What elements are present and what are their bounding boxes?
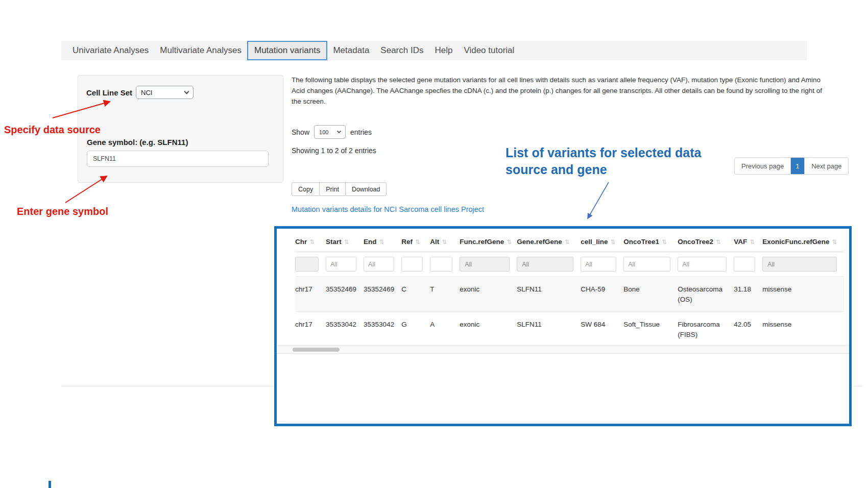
sort-icon: ⇅ xyxy=(309,238,315,246)
filter-input-End[interactable] xyxy=(364,257,394,272)
chevron-down-icon xyxy=(184,89,189,94)
column-header-Ref[interactable]: Ref⇅ xyxy=(401,235,430,252)
print-button[interactable]: Print xyxy=(319,182,346,196)
show-label: Show xyxy=(292,128,309,136)
sort-icon: ⇅ xyxy=(750,238,755,246)
variants-table: Chr⇅Start⇅End⇅Ref⇅Alt⇅Func.refGene⇅Gene.… xyxy=(295,235,844,347)
download-button[interactable]: Download xyxy=(345,182,387,196)
cell-line-set-select[interactable]: NCI xyxy=(136,86,194,99)
column-label: cell_line xyxy=(581,238,608,246)
table-cell: G xyxy=(401,312,430,347)
next-page-button[interactable]: Next page xyxy=(805,158,848,174)
variants-table-box: Chr⇅Start⇅End⇅Ref⇅Alt⇅Func.refGene⇅Gene.… xyxy=(274,226,852,426)
table-cell: SW 684 xyxy=(581,312,623,347)
table-cell: missense xyxy=(762,312,844,347)
column-label: Ref xyxy=(401,238,413,246)
table-row: chr173535246935352469CTexonicSLFN11CHA-5… xyxy=(295,277,844,312)
column-label: Gene.refGene xyxy=(517,238,562,246)
table-cell: 35352469 xyxy=(364,277,401,312)
filter-select-Gene.refGene[interactable]: All xyxy=(517,257,573,272)
export-button-group: Copy Print Download xyxy=(292,182,387,196)
column-header-End[interactable]: End⇅ xyxy=(364,235,401,252)
page-length-value: 100 xyxy=(319,129,328,135)
tab-video-tutorial[interactable]: Video tutorial xyxy=(458,41,520,60)
filter-input-VAF[interactable] xyxy=(734,257,755,272)
filter-input-Start[interactable] xyxy=(326,257,356,272)
pagination: Previous page 1 Next page xyxy=(734,157,849,175)
column-header-OncoTree2[interactable]: OncoTree2⇅ xyxy=(678,235,734,252)
filter-input-OncoTree2[interactable] xyxy=(678,257,727,272)
column-label: OncoTree2 xyxy=(678,238,713,246)
table-cell: exonic xyxy=(460,277,517,312)
table-cell: chr17 xyxy=(295,312,326,347)
table-cell: missense xyxy=(762,277,844,312)
column-label: ExonicFunc.refGene xyxy=(762,238,829,246)
top-nav: Univariate Analyses Multivariate Analyse… xyxy=(61,41,807,60)
column-header-Func.refGene[interactable]: Func.refGene⇅ xyxy=(460,235,517,252)
filter-cell xyxy=(678,252,734,277)
table-cell: CHA-59 xyxy=(581,277,623,312)
table-cell: 35352469 xyxy=(326,277,364,312)
tab-mutation-variants[interactable]: Mutation variants xyxy=(247,41,327,60)
sort-icon: ⇅ xyxy=(611,238,616,246)
filter-input-cell_line[interactable] xyxy=(581,257,616,272)
current-page-button[interactable]: 1 xyxy=(790,158,805,174)
column-header-Start[interactable]: Start⇅ xyxy=(326,235,364,252)
entries-label: entries xyxy=(350,128,372,136)
tab-search-ids[interactable]: Search IDs xyxy=(375,41,429,60)
filter-select-ExonicFunc.refGene[interactable]: All xyxy=(762,257,837,272)
table-header-row: Chr⇅Start⇅End⇅Ref⇅Alt⇅Func.refGene⇅Gene.… xyxy=(295,235,844,252)
query-panel: Cell Line Set NCI Gene symbol: (e.g. SLF… xyxy=(78,75,283,183)
chevron-down-icon xyxy=(337,129,341,133)
sort-icon: ⇅ xyxy=(662,238,667,246)
column-header-Alt[interactable]: Alt⇅ xyxy=(430,235,460,252)
column-header-VAF[interactable]: VAF⇅ xyxy=(734,235,762,252)
copy-button[interactable]: Copy xyxy=(292,182,320,196)
filter-cell xyxy=(364,252,401,277)
tab-multivariate-analyses[interactable]: Multivariate Analyses xyxy=(154,41,247,60)
filter-select-Chr[interactable] xyxy=(295,257,319,272)
table-cell: 35353042 xyxy=(364,312,401,347)
table-cell: Soft_Tissue xyxy=(623,312,678,347)
sort-icon: ⇅ xyxy=(379,238,384,246)
column-header-ExonicFunc.refGene[interactable]: ExonicFunc.refGene⇅ xyxy=(762,235,844,252)
filter-input-Alt[interactable] xyxy=(430,257,452,272)
cell-line-set-value: NCI xyxy=(141,89,152,96)
table-filter-row: AllAllAll xyxy=(295,252,844,277)
sort-icon: ⇅ xyxy=(716,238,721,246)
table-cell: 31.18 xyxy=(734,277,762,312)
filter-cell xyxy=(623,252,678,277)
column-label: OncoTree1 xyxy=(623,238,659,246)
tab-univariate-analyses[interactable]: Univariate Analyses xyxy=(67,41,154,60)
filter-cell: All xyxy=(517,252,581,277)
filter-cell xyxy=(734,252,762,277)
table-caption-link[interactable]: Mutation variants details for NCI Sarcom… xyxy=(292,205,484,213)
table-cell: C xyxy=(401,277,430,312)
page-length-select[interactable]: 100 xyxy=(314,125,346,139)
previous-page-button[interactable]: Previous page xyxy=(735,158,790,174)
table-cell: Bone xyxy=(623,277,678,312)
sort-icon: ⇅ xyxy=(565,238,570,246)
filter-input-Ref[interactable] xyxy=(401,257,423,272)
filter-cell: All xyxy=(460,252,517,277)
column-header-Chr[interactable]: Chr⇅ xyxy=(295,235,326,252)
cropped-annotation-mark xyxy=(49,481,51,488)
tab-metadata[interactable]: Metadata xyxy=(327,41,375,60)
table-cell: Fibrosarcoma (FIBS) xyxy=(678,312,734,347)
sort-icon: ⇅ xyxy=(832,238,837,246)
horizontal-scrollbar-thumb[interactable] xyxy=(293,348,340,352)
filter-cell xyxy=(401,252,430,277)
table-cell: SLFN11 xyxy=(517,312,581,347)
sort-icon: ⇅ xyxy=(442,238,447,246)
filter-input-OncoTree1[interactable] xyxy=(623,257,670,272)
filter-select-Func.refGene[interactable]: All xyxy=(460,257,510,272)
table-cell: chr17 xyxy=(295,277,326,312)
column-header-Gene.refGene[interactable]: Gene.refGene⇅ xyxy=(517,235,581,252)
sort-icon: ⇅ xyxy=(415,238,420,246)
horizontal-scrollbar-track[interactable] xyxy=(277,346,849,354)
tab-help[interactable]: Help xyxy=(429,41,458,60)
filter-cell xyxy=(581,252,623,277)
gene-symbol-input[interactable] xyxy=(87,151,269,167)
column-header-cell_line[interactable]: cell_line⇅ xyxy=(581,235,623,252)
column-header-OncoTree1[interactable]: OncoTree1⇅ xyxy=(623,235,678,252)
